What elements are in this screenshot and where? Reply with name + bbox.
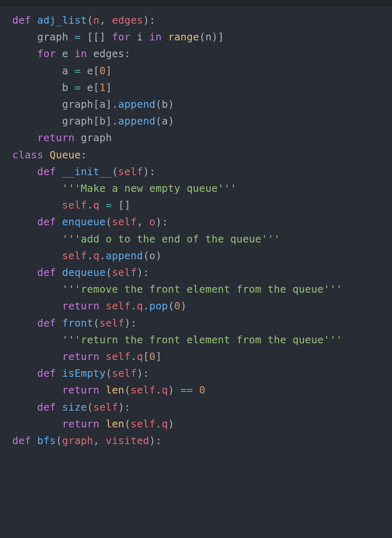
token-pun: [: [143, 351, 149, 362]
token-fn: __init__: [62, 166, 112, 178]
token-kw: def: [37, 267, 56, 278]
token-kw: def: [37, 166, 56, 178]
token-pun: ):: [143, 14, 156, 26]
token-pun: e[: [81, 82, 100, 93]
token-kw: def: [37, 367, 56, 379]
token-id: q: [137, 351, 143, 362]
token-fn: size: [62, 401, 87, 413]
code-line[interactable]: self.q.append(o): [12, 247, 392, 264]
token-pun: (: [87, 14, 93, 26]
token-id: q: [162, 384, 168, 396]
token-pun: (: [125, 384, 131, 396]
token-id: self: [131, 418, 156, 430]
token-pun: [56, 401, 62, 413]
token-pun: .: [131, 300, 137, 312]
code-line[interactable]: return len(self.q): [12, 416, 392, 432]
token-pun: [75, 132, 81, 144]
token-op: =: [75, 31, 81, 43]
token-var: graph: [81, 132, 112, 144]
code-editor[interactable]: def adj_list(n, edges): graph = [[] for …: [0, 6, 392, 449]
token-pun: ): [168, 98, 174, 110]
token-pun: (: [156, 98, 162, 110]
token-var: edges: [93, 48, 124, 60]
token-cls: range: [168, 31, 199, 43]
token-var: n: [205, 31, 212, 43]
token-pun: ): [168, 115, 174, 127]
token-pun: ):: [137, 367, 149, 379]
token-pun: ):: [156, 216, 168, 228]
token-pun: (: [143, 250, 149, 262]
token-id: self: [62, 199, 87, 211]
token-kw: def: [37, 216, 56, 228]
token-pun: ):: [143, 166, 156, 178]
token-num: 0: [174, 300, 180, 312]
token-id: self: [106, 351, 131, 362]
code-line[interactable]: '''Make a new empty queue''': [12, 180, 392, 197]
token-num: 1: [100, 82, 106, 93]
token-pun: [100, 384, 106, 396]
token-pun: (: [56, 435, 62, 447]
code-line[interactable]: return graph: [12, 129, 392, 146]
token-pun: ): [180, 300, 187, 312]
token-var: graph: [37, 31, 75, 43]
token-pun: [162, 31, 168, 43]
code-line[interactable]: '''add o to the end of the queue''': [12, 231, 392, 247]
token-id: self: [112, 367, 137, 379]
code-line[interactable]: def front(self):: [12, 315, 392, 331]
token-fn: adj_list: [37, 14, 87, 26]
token-pun: [56, 166, 62, 178]
token-var: graph: [62, 98, 93, 110]
code-line[interactable]: return self.q.pop(0): [12, 298, 392, 314]
token-pun: [100, 418, 106, 430]
token-pun: [100, 351, 106, 362]
code-line[interactable]: graph[a].append(b): [12, 96, 392, 113]
code-line[interactable]: def __init__(self):: [12, 163, 392, 180]
code-line[interactable]: b = e[1]: [12, 79, 392, 96]
token-pun: ): [168, 418, 174, 430]
token-var: a: [162, 115, 168, 127]
code-line[interactable]: def isEmpty(self):: [12, 365, 392, 382]
token-kw: for: [37, 48, 56, 60]
token-var: i: [137, 31, 149, 43]
token-pun: (: [87, 401, 93, 413]
code-line[interactable]: def enqueue(self, o):: [12, 213, 392, 230]
code-line[interactable]: '''return the front element from the que…: [12, 331, 392, 348]
token-pun: ].: [106, 98, 118, 110]
token-id: self: [106, 300, 131, 312]
token-id: q: [162, 418, 168, 430]
token-pun: ,: [137, 216, 149, 228]
tab-bar[interactable]: [0, 0, 392, 6]
code-line[interactable]: self.q = []: [12, 197, 392, 213]
token-var: b: [162, 98, 168, 110]
code-line[interactable]: def adj_list(n, edges):: [12, 12, 392, 29]
code-line[interactable]: def bfs(graph, visited):: [12, 432, 392, 449]
token-pun: :: [81, 149, 87, 161]
code-line[interactable]: '''remove the front element from the que…: [12, 281, 392, 298]
code-line[interactable]: class Queue:: [12, 147, 392, 163]
code-line[interactable]: def size(self):: [12, 399, 392, 416]
token-cls: Queue: [50, 149, 81, 161]
token-pun: [[]: [81, 31, 112, 43]
token-pun: ,: [93, 435, 106, 447]
code-line[interactable]: def dequeue(self):: [12, 264, 392, 281]
code-line[interactable]: a = e[0]: [12, 62, 392, 79]
token-num: 0: [100, 65, 106, 77]
code-line[interactable]: graph[b].append(a): [12, 113, 392, 129]
token-pun: [: [93, 115, 99, 127]
token-num: 0: [149, 351, 156, 362]
token-str: '''Make a new empty queue''': [62, 182, 236, 194]
token-op: =: [75, 65, 81, 77]
token-kw: return: [62, 300, 100, 312]
code-line[interactable]: return self.q[0]: [12, 348, 392, 365]
code-line[interactable]: graph = [[] for i in range(n)]: [12, 29, 392, 45]
code-line[interactable]: return len(self.q) == 0: [12, 382, 392, 398]
token-pun: []: [112, 199, 131, 211]
token-kw: in: [75, 48, 87, 60]
code-line[interactable]: for e in edges:: [12, 45, 392, 62]
token-pun: [56, 367, 62, 379]
token-pun: [87, 48, 93, 60]
token-pun: (: [93, 317, 99, 329]
token-pun: [56, 317, 62, 329]
token-kw: for: [112, 31, 131, 43]
token-var: b: [62, 82, 75, 93]
